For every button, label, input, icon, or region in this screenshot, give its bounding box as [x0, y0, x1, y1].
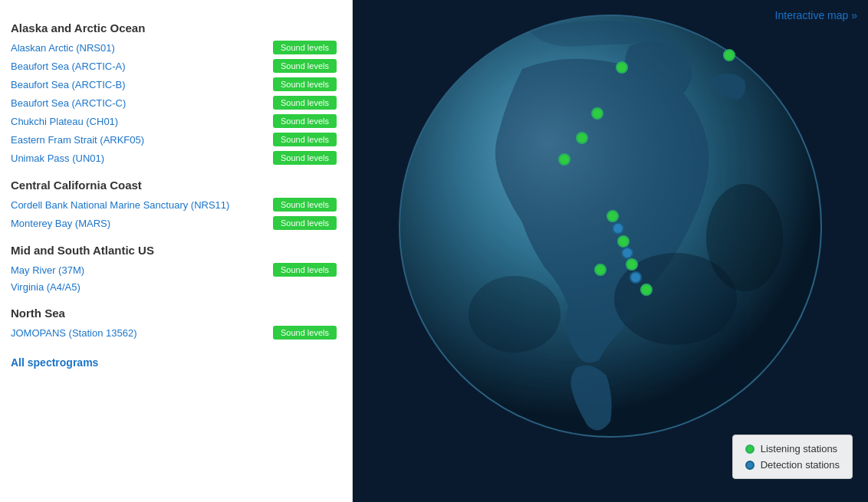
- listening-station-point[interactable]: [616, 62, 627, 73]
- sound-levels-button[interactable]: Sound levels: [273, 114, 337, 128]
- region-title-central-california: Central California Coast: [11, 179, 337, 192]
- station-link[interactable]: Cordell Bank National Marine Sanctuary (…: [11, 199, 229, 211]
- detection-station-point[interactable]: [630, 272, 641, 283]
- globe-shine: [399, 15, 821, 437]
- sound-levels-button[interactable]: Sound levels: [273, 326, 337, 340]
- sound-levels-button[interactable]: Sound levels: [273, 59, 337, 73]
- globe-svg: [392, 8, 829, 445]
- listening-station-point[interactable]: [626, 259, 637, 270]
- listening-station-point[interactable]: [618, 236, 629, 247]
- listening-station-point[interactable]: [577, 133, 587, 143]
- sound-levels-button[interactable]: Sound levels: [273, 151, 337, 165]
- listening-label: Listening stations: [761, 443, 837, 454]
- detection-station-point[interactable]: [613, 223, 623, 234]
- region-title-alaska: Alaska and Arctic Ocean: [11, 21, 337, 34]
- station-link[interactable]: JOMOPANS (Station 13562): [11, 327, 137, 339]
- station-row: Virginia (A4/A5): [11, 281, 337, 293]
- detection-dot: [745, 461, 755, 470]
- sound-levels-button[interactable]: Sound levels: [273, 133, 337, 146]
- station-row: Chukchi Plateau (CH01)Sound levels: [11, 114, 337, 128]
- station-link[interactable]: Eastern Fram Strait (ARKF05): [11, 134, 144, 146]
- region-title-north-sea: North Sea: [11, 307, 337, 320]
- station-row: JOMOPANS (Station 13562)Sound levels: [11, 326, 337, 340]
- legend-detection: Detection stations: [745, 459, 840, 471]
- listening-station-point[interactable]: [641, 284, 652, 295]
- station-row: Unimak Pass (UN01)Sound levels: [11, 151, 337, 165]
- sound-levels-button[interactable]: Sound levels: [273, 263, 337, 277]
- listening-dot: [745, 445, 755, 454]
- listening-station-point[interactable]: [592, 108, 603, 119]
- station-row: Alaskan Arctic (NRS01)Sound levels: [11, 41, 337, 54]
- station-link[interactable]: Virginia (A4/A5): [11, 281, 81, 293]
- listening-station-point[interactable]: [559, 154, 570, 165]
- station-row: Cordell Bank National Marine Sanctuary (…: [11, 198, 337, 212]
- sound-levels-button[interactable]: Sound levels: [273, 216, 337, 230]
- station-link[interactable]: Beaufort Sea (ARCTIC-B): [11, 79, 126, 90]
- station-list-panel: Alaska and Arctic OceanAlaskan Arctic (N…: [0, 0, 353, 502]
- station-link[interactable]: May River (37M): [11, 264, 84, 276]
- station-row: Eastern Fram Strait (ARKF05)Sound levels: [11, 133, 337, 146]
- sound-levels-button[interactable]: Sound levels: [273, 41, 337, 54]
- station-row: Beaufort Sea (ARCTIC-C)Sound levels: [11, 96, 337, 110]
- region-title-mid-south-atlantic: Mid and South Atlantic US: [11, 244, 337, 257]
- sound-levels-button[interactable]: Sound levels: [273, 96, 337, 110]
- station-link[interactable]: Chukchi Plateau (CH01): [11, 116, 118, 127]
- station-link[interactable]: Beaufort Sea (ARCTIC-C): [11, 97, 126, 109]
- detection-station-point[interactable]: [622, 248, 633, 258]
- station-link[interactable]: Alaskan Arctic (NRS01): [11, 42, 115, 54]
- listening-station-point[interactable]: [607, 211, 618, 221]
- sound-levels-button[interactable]: Sound levels: [273, 198, 337, 212]
- sound-levels-button[interactable]: Sound levels: [273, 77, 337, 91]
- station-row: Monterey Bay (MARS)Sound levels: [11, 216, 337, 230]
- station-link[interactable]: Beaufort Sea (ARCTIC-A): [11, 61, 126, 72]
- map-panel: Interactive map »: [353, 0, 868, 502]
- station-row: May River (37M)Sound levels: [11, 263, 337, 277]
- station-link[interactable]: Unimak Pass (UN01): [11, 153, 104, 164]
- legend-listening: Listening stations: [745, 443, 840, 454]
- all-spectrograms-link[interactable]: All spectrograms: [11, 356, 337, 369]
- station-link[interactable]: Monterey Bay (MARS): [11, 218, 110, 229]
- detection-label: Detection stations: [761, 459, 840, 471]
- listening-station-point[interactable]: [724, 50, 735, 61]
- globe-container: [392, 8, 829, 445]
- station-row: Beaufort Sea (ARCTIC-A)Sound levels: [11, 59, 337, 73]
- station-row: Beaufort Sea (ARCTIC-B)Sound levels: [11, 77, 337, 91]
- interactive-map-link[interactable]: Interactive map »: [775, 9, 857, 21]
- legend: Listening stations Detection stations: [732, 435, 853, 479]
- listening-station-point[interactable]: [595, 264, 606, 275]
